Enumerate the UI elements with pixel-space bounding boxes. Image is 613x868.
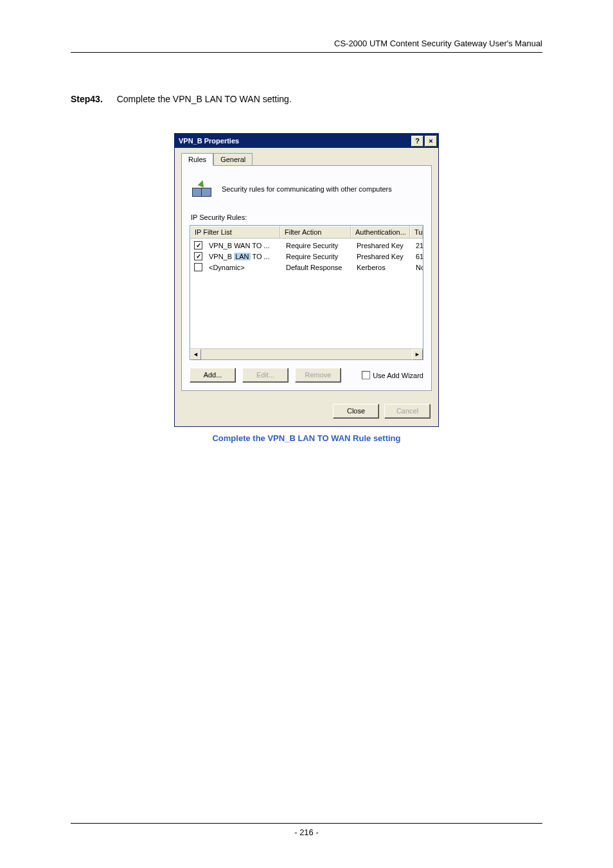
cancel-button[interactable]: Cancel	[384, 404, 431, 419]
ip-security-rules-list[interactable]: IP Filter List Filter Action Authenticat…	[190, 225, 423, 360]
col-filter-action[interactable]: Filter Action	[280, 226, 351, 238]
step-text: Complete the VPN_B LAN TO WAN setting.	[117, 94, 292, 104]
list-row[interactable]: <Dynamic> Default Response Kerberos No	[190, 262, 423, 273]
col-tunnel[interactable]: Tu	[410, 226, 423, 238]
row-name: VPN_B WAN TO ...	[205, 242, 282, 249]
figure-caption: Complete the VPN_B LAN TO WAN Rule setti…	[71, 433, 542, 443]
dialog-title: VPN_B Properties	[179, 137, 410, 145]
row-tu: No	[412, 264, 423, 271]
row-checkbox[interactable]: ✓	[194, 241, 202, 249]
tab-strip: Rules General	[175, 148, 438, 165]
horizontal-scrollbar[interactable]: ◄ ►	[190, 348, 423, 359]
row-action: Require Security	[282, 242, 353, 249]
step-label: Step43.	[71, 94, 103, 104]
use-add-wizard-checkbox[interactable]	[362, 371, 370, 379]
remove-button[interactable]: Remove	[295, 368, 341, 383]
scroll-left-icon[interactable]: ◄	[190, 349, 201, 360]
row-auth: Preshared Key	[353, 242, 412, 249]
add-button[interactable]: Add...	[190, 368, 236, 383]
row-checkbox[interactable]	[194, 263, 202, 271]
row-tu: 21	[412, 242, 423, 249]
titlebar[interactable]: VPN_B Properties ? ×	[175, 134, 438, 148]
rules-panel: Security rules for communicating with ot…	[181, 165, 432, 391]
row-auth: Preshared Key	[353, 253, 412, 260]
row-name: VPN_B LAN TO ...	[205, 253, 282, 260]
list-body: ✓ VPN_B WAN TO ... Require Security Pres…	[190, 239, 423, 348]
tab-rules[interactable]: Rules	[181, 153, 213, 166]
scroll-track[interactable]	[201, 349, 412, 359]
row-tu: 61	[412, 253, 423, 260]
page-number: - 216 -	[294, 827, 319, 837]
row-name-post: TO ...	[251, 253, 270, 260]
list-row[interactable]: ✓ VPN_B LAN TO ... Require Security Pres…	[190, 251, 423, 262]
list-header: IP Filter List Filter Action Authenticat…	[190, 226, 423, 239]
panel-description: Security rules for communicating with ot…	[222, 185, 392, 193]
row-action: Require Security	[282, 253, 353, 260]
step-line: Step43. Complete the VPN_B LAN TO WAN se…	[71, 94, 542, 104]
tab-general[interactable]: General	[213, 153, 253, 165]
row-checkbox[interactable]: ✓	[194, 252, 202, 260]
use-add-wizard-label: Use Add Wizard	[373, 372, 423, 379]
col-filter-list[interactable]: IP Filter List	[190, 226, 280, 238]
page-footer: - 216 -	[71, 823, 542, 837]
scroll-right-icon[interactable]: ►	[412, 349, 423, 360]
header-text: CS-2000 UTM Content Security Gateway Use…	[71, 39, 542, 53]
edit-button[interactable]: Edit...	[242, 368, 289, 383]
row-name: <Dynamic>	[205, 264, 282, 271]
close-dialog-button[interactable]: Close	[333, 404, 379, 419]
close-button[interactable]: ×	[425, 136, 437, 147]
rules-section-label: IP Security Rules:	[191, 213, 423, 221]
col-authentication[interactable]: Authentication...	[351, 226, 410, 238]
list-row[interactable]: ✓ VPN_B WAN TO ... Require Security Pres…	[190, 240, 423, 251]
security-icon	[192, 179, 213, 199]
row-auth: Kerberos	[353, 264, 412, 271]
help-button[interactable]: ?	[411, 136, 423, 147]
row-name-pre: VPN_B	[209, 253, 234, 260]
properties-dialog: VPN_B Properties ? × Rules General Secur…	[174, 133, 439, 427]
row-action: Default Response	[282, 264, 353, 271]
row-name-highlight: LAN	[234, 253, 250, 260]
